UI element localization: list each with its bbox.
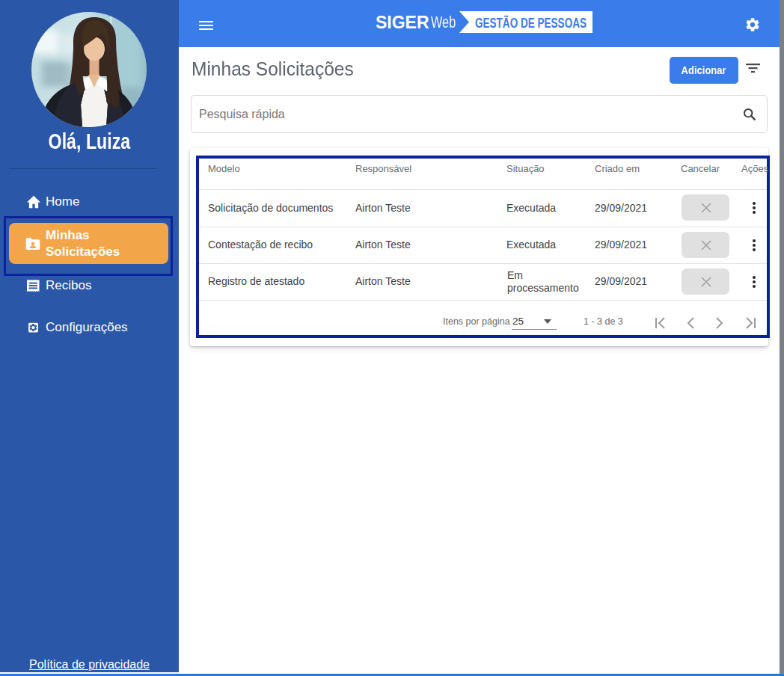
svg-text:GESTÃO DE PESSOAS: GESTÃO DE PESSOAS bbox=[475, 15, 587, 31]
